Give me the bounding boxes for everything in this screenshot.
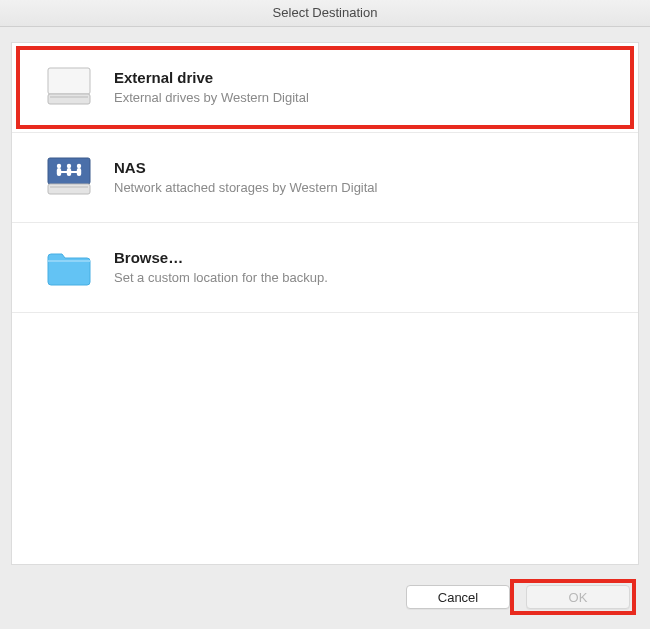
svg-rect-11 — [48, 184, 90, 194]
ok-button[interactable]: OK — [526, 585, 630, 609]
folder-icon — [44, 243, 94, 293]
option-subtitle: Set a custom location for the backup. — [114, 269, 328, 287]
cancel-button[interactable]: Cancel — [406, 585, 510, 609]
external-drive-icon — [44, 63, 94, 113]
svg-point-8 — [77, 163, 81, 167]
svg-point-4 — [57, 163, 61, 167]
svg-rect-12 — [50, 186, 88, 188]
option-text: NAS Network attached storages by Western… — [114, 158, 378, 197]
ok-button-highlight: OK — [510, 579, 636, 615]
option-text: External drive External drives by Wester… — [114, 68, 309, 107]
option-title: Browse… — [114, 248, 328, 268]
option-title: NAS — [114, 158, 378, 178]
option-text: Browse… Set a custom location for the ba… — [114, 248, 328, 287]
svg-point-6 — [67, 163, 71, 167]
option-nas[interactable]: NAS Network attached storages by Western… — [12, 133, 638, 223]
svg-rect-1 — [48, 94, 90, 104]
option-external-drive[interactable]: External drive External drives by Wester… — [12, 43, 638, 133]
dialog-title: Select Destination — [0, 0, 650, 27]
destination-list: External drive External drives by Wester… — [12, 43, 638, 313]
option-browse[interactable]: Browse… Set a custom location for the ba… — [12, 223, 638, 313]
svg-rect-10 — [58, 171, 80, 173]
select-destination-dialog: Select Destination External drive Extern… — [0, 0, 650, 629]
option-subtitle: External drives by Western Digital — [114, 89, 309, 107]
svg-rect-2 — [50, 96, 88, 98]
svg-rect-0 — [48, 68, 90, 94]
dialog-button-bar: Cancel OK — [0, 565, 650, 629]
svg-rect-13 — [48, 260, 90, 262]
option-subtitle: Network attached storages by Western Dig… — [114, 179, 378, 197]
option-title: External drive — [114, 68, 309, 88]
nas-drive-icon — [44, 153, 94, 203]
destination-list-container: External drive External drives by Wester… — [11, 42, 639, 565]
